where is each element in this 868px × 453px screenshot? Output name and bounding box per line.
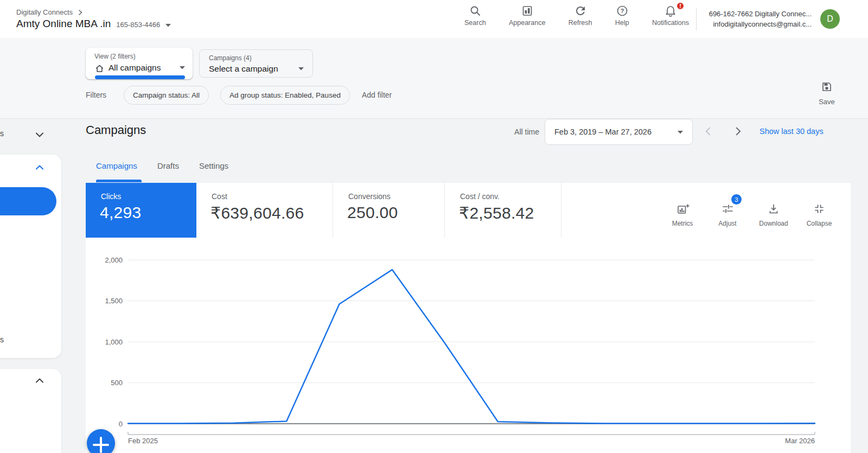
previous-period-chevron-icon[interactable] (703, 125, 714, 137)
collapse-icon (813, 202, 826, 215)
campaign-caret-icon (298, 67, 304, 71)
scorecard-conversions[interactable]: Conversions 250.00 (333, 183, 445, 238)
save-floppy-icon (820, 80, 833, 93)
breadcrumb-account-name[interactable]: Digitally Connects (16, 8, 73, 16)
refresh-button[interactable]: Refresh (569, 4, 592, 27)
profile-account-line: 696-162-7662 Digitally Connec... (709, 9, 812, 19)
account-caret-icon (165, 23, 171, 27)
download-button[interactable]: Download (755, 199, 793, 233)
scorecard-cost-label: Cost (212, 192, 227, 201)
search-icon (469, 4, 482, 17)
notifications-label-help: Help (615, 19, 629, 27)
sidebar-secondary-chevron-up-icon[interactable] (33, 374, 46, 387)
campaign-select-dropdown[interactable]: Campaigns (4) Select a campaign (199, 49, 313, 78)
scorecard-cost-value: ₹639,604.66 (210, 203, 304, 222)
scorecard-cost-per-conv-value: ₹2,558.42 (459, 203, 534, 222)
help-button[interactable]: ? Help (615, 4, 629, 27)
tab-drafts[interactable]: Drafts (157, 161, 179, 170)
campaign-select-value: Select a campaign (209, 64, 278, 74)
profile-menu[interactable]: 696-162-7662 Digitally Connec... infodig… (709, 9, 812, 29)
header-nav: Search Appearance Refresh ? Help ! Notif… (464, 4, 689, 27)
breadcrumb[interactable]: Digitally Connects (16, 8, 84, 16)
sidebar-clipped-label-bottom: s (0, 335, 4, 344)
scorecard-clicks[interactable]: Clicks 4,293 (86, 183, 196, 238)
download-icon (767, 202, 780, 215)
appearance-button[interactable]: Appearance (509, 4, 545, 27)
download-label: Download (755, 220, 793, 227)
appearance-icon (521, 4, 534, 17)
chart-panel: Clicks 4,293 Cost ₹639,604.66 Conversion… (86, 183, 851, 453)
sidebar-nav-card (0, 155, 61, 358)
scorecard-cost[interactable]: Cost ₹639,604.66 (196, 183, 333, 238)
sidebar-collapse-chevron-up-icon[interactable] (33, 161, 46, 174)
metrics-chart-icon (676, 202, 690, 215)
svg-text:500: 500 (111, 379, 123, 387)
adjust-label: Adjust (709, 220, 746, 227)
svg-text:1,000: 1,000 (105, 338, 123, 346)
top-bar: Digitally Connects Amty Online MBA .in 1… (0, 0, 868, 38)
sub-tabs: Campaigns Drafts Settings (96, 161, 228, 170)
svg-text:Feb 2025: Feb 2025 (128, 437, 158, 445)
search-label: Search (464, 19, 486, 27)
filter-chip-ad-group-status[interactable]: Ad group status: Enabled, Paused (220, 86, 350, 105)
scorecard-conversions-label: Conversions (348, 192, 391, 201)
metrics-label: Metrics (663, 220, 701, 227)
sidebar-selected-item[interactable] (0, 187, 56, 215)
home-icon (94, 63, 105, 74)
sidebar-section-chevron-down-icon[interactable] (33, 128, 46, 141)
refresh-icon (574, 4, 587, 17)
show-last-30-days-link[interactable]: Show last 30 days (760, 127, 824, 136)
svg-text:?: ? (620, 8, 624, 14)
breadcrumb-chevron-icon (77, 9, 84, 16)
svg-text:1,500: 1,500 (105, 297, 123, 305)
notifications-bell-icon (664, 4, 677, 17)
sidebar-clipped-label-top: s (0, 129, 4, 138)
scorecard-cost-per-conv-label: Cost / conv. (460, 192, 500, 201)
profile-email-line: infodigitallyconnects@gmail.c... (709, 19, 812, 29)
page-title: Campaigns (86, 123, 146, 137)
header-divider (696, 8, 697, 30)
adjust-button[interactable]: 3 Adjust (709, 199, 746, 233)
time-scope-label: All time (488, 127, 539, 136)
clicks-over-time-chart[interactable]: 05001,0001,5002,000Feb 2025Mar 2026 (86, 238, 851, 453)
scorecard-cost-per-conv[interactable]: Cost / conv. ₹2,558.42 (445, 183, 561, 238)
avatar[interactable]: D (820, 9, 840, 29)
view-value: All campaigns (108, 63, 161, 73)
collapse-label: Collapse (800, 220, 838, 227)
account-id: 165-853-4466 (116, 21, 160, 29)
account-name: Amty Online MBA .in (16, 18, 111, 30)
notification-alert-badge: ! (676, 2, 685, 10)
save-label: Save (814, 98, 840, 106)
tab-settings[interactable]: Settings (199, 161, 228, 170)
adjust-sliders-icon (721, 202, 734, 215)
add-filter-button[interactable]: Add filter (362, 91, 392, 99)
scorecard-conversions-value: 250.00 (347, 203, 398, 222)
active-tab-indicator (96, 180, 142, 182)
next-period-chevron-icon[interactable] (732, 125, 744, 137)
campaign-select-caption: Campaigns (4) (209, 54, 252, 62)
tab-campaigns[interactable]: Campaigns (96, 161, 137, 170)
appearance-label: Appearance (509, 19, 545, 27)
view-caption: View (2 filters) (94, 53, 136, 60)
svg-text:Mar 2026: Mar 2026 (785, 437, 815, 445)
search-button[interactable]: Search (464, 4, 486, 27)
account-switcher[interactable]: Amty Online MBA .in 165-853-4466 (16, 18, 171, 30)
svg-text:2,000: 2,000 (105, 256, 123, 264)
svg-text:0: 0 (119, 420, 123, 428)
save-button[interactable]: Save (814, 80, 840, 106)
notifications-button[interactable]: ! Notifications (652, 4, 689, 27)
scorecard-clicks-label: Clicks (101, 192, 121, 201)
date-range-picker[interactable]: Feb 3, 2019 – Mar 27, 2026 (545, 119, 693, 145)
view-filter-dropdown[interactable]: View (2 filters) All campaigns (86, 48, 193, 79)
notifications-label: Notifications (652, 19, 689, 27)
create-fab-button[interactable] (87, 429, 115, 453)
date-range-value: Feb 3, 2019 – Mar 27, 2026 (554, 127, 678, 136)
metrics-button[interactable]: Metrics (663, 199, 701, 233)
filters-label: Filters (86, 91, 106, 99)
collapse-button[interactable]: Collapse (800, 199, 838, 233)
plus-icon-bar (93, 444, 109, 446)
filter-chip-campaign-status[interactable]: Campaign status: All (124, 86, 209, 105)
sidebar-secondary-card (0, 369, 61, 453)
view-caret-icon (180, 66, 185, 69)
adjust-count-badge: 3 (731, 194, 742, 205)
